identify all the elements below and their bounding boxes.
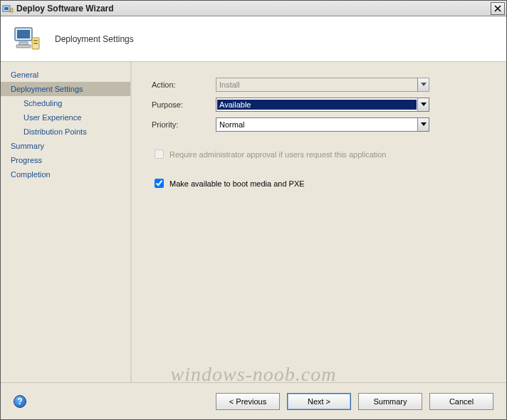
sidebar-item-summary[interactable]: Summary bbox=[1, 139, 130, 153]
sidebar-item-user-experience[interactable]: User Experience bbox=[1, 110, 130, 125]
wizard-header: Deployment Settings bbox=[1, 16, 506, 62]
content-pane: Action: Install Purpose: Available bbox=[132, 62, 506, 382]
combo-priority-value: Normal bbox=[216, 120, 417, 129]
previous-button[interactable]: < Previous bbox=[216, 393, 280, 410]
chevron-down-icon bbox=[417, 78, 429, 91]
label-pxe: Make available to boot media and PXE bbox=[169, 179, 305, 188]
help-icon[interactable]: ? bbox=[14, 395, 26, 408]
row-pxe: Make available to boot media and PXE bbox=[152, 177, 486, 190]
sidebar-item-scheduling[interactable]: Scheduling bbox=[1, 96, 130, 110]
wizard-window: Deploy Software Wizard Deployment Settin… bbox=[0, 0, 507, 420]
svg-rect-11 bbox=[33, 43, 38, 44]
svg-rect-2 bbox=[11, 9, 13, 12]
svg-rect-10 bbox=[33, 40, 38, 41]
svg-rect-7 bbox=[19, 42, 28, 45]
row-action: Action: Install bbox=[152, 78, 486, 92]
svg-rect-1 bbox=[4, 7, 9, 10]
sidebar-item-deployment-settings[interactable]: Deployment Settings bbox=[1, 82, 130, 96]
label-action: Action: bbox=[152, 80, 216, 89]
cancel-button[interactable]: Cancel bbox=[429, 393, 493, 410]
combo-purpose[interactable]: Available bbox=[216, 98, 429, 112]
combo-action: Install bbox=[216, 78, 429, 92]
summary-button[interactable]: Summary bbox=[358, 393, 422, 410]
svg-rect-6 bbox=[17, 30, 30, 38]
sidebar-item-completion[interactable]: Completion bbox=[1, 167, 130, 182]
row-approval: Require administrator approval if users … bbox=[152, 147, 486, 161]
combo-priority[interactable]: Normal bbox=[216, 117, 429, 132]
page-title: Deployment Settings bbox=[55, 34, 134, 44]
combo-action-value: Install bbox=[216, 80, 417, 89]
sidebar-item-general[interactable]: General bbox=[1, 68, 130, 82]
sidebar-item-progress[interactable]: Progress bbox=[1, 153, 130, 167]
label-priority: Priority: bbox=[152, 120, 216, 129]
sidebar-item-distribution-points[interactable]: Distribution Points bbox=[1, 125, 130, 139]
svg-rect-8 bbox=[16, 45, 31, 48]
combo-purpose-value: Available bbox=[217, 100, 417, 110]
sidebar: General Deployment Settings Scheduling U… bbox=[1, 62, 132, 382]
row-purpose: Purpose: Available bbox=[152, 98, 486, 112]
titlebar: Deploy Software Wizard bbox=[1, 1, 506, 16]
footer: ? < Previous Next > Summary Cancel bbox=[1, 382, 506, 419]
close-icon bbox=[494, 5, 501, 12]
next-button[interactable]: Next > bbox=[287, 393, 351, 410]
header-icon bbox=[11, 23, 42, 55]
label-approval: Require administrator approval if users … bbox=[169, 150, 387, 159]
row-priority: Priority: Normal bbox=[152, 117, 486, 132]
checkbox-pxe[interactable] bbox=[155, 179, 164, 188]
chevron-down-icon[interactable] bbox=[417, 98, 429, 111]
wizard-body: General Deployment Settings Scheduling U… bbox=[1, 62, 506, 382]
app-icon bbox=[2, 3, 14, 14]
checkbox-approval bbox=[155, 149, 164, 159]
label-purpose: Purpose: bbox=[152, 100, 216, 109]
window-title: Deploy Software Wizard bbox=[16, 4, 491, 14]
chevron-down-icon[interactable] bbox=[417, 118, 429, 131]
close-button[interactable] bbox=[491, 2, 505, 15]
